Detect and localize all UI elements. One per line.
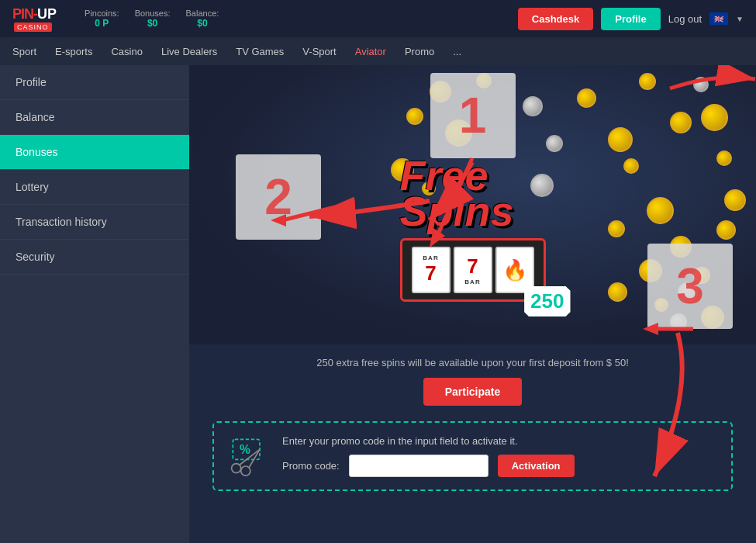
logout-button[interactable]: Log out — [668, 13, 702, 25]
slot-machine: BAR 7 7 BAR 🔥 250 — [400, 238, 546, 302]
sidebar: Profile Balance Bonuses Lottery Transact… — [0, 65, 189, 543]
promo-code-label: Promo code: — [282, 460, 340, 472]
sidebar-item-security[interactable]: Security — [0, 240, 189, 275]
language-flag[interactable]: 🇬🇧 — [709, 12, 728, 25]
nav-live-dealers[interactable]: Live Dealers — [161, 41, 217, 62]
pincoins-label: Pincoins: — [85, 9, 119, 18]
slot-reel-3: 🔥 — [495, 247, 534, 293]
bonuses-label: Bonuses: — [135, 9, 171, 18]
nav-vsport[interactable]: V-Sport — [302, 41, 336, 62]
svg-line-11 — [249, 449, 260, 467]
sidebar-item-transaction-history[interactable]: Transaction history — [0, 205, 189, 240]
bonuses-stat: Bonuses: $0 — [135, 9, 171, 29]
spins-text: Spins — [400, 190, 546, 232]
step-2-number: 2 — [264, 168, 292, 226]
nav-casino[interactable]: Casino — [111, 41, 142, 62]
balance-label: Balance: — [186, 9, 219, 18]
sidebar-item-bonuses[interactable]: Bonuses — [0, 135, 189, 170]
bonuses-value: $0 — [147, 18, 157, 29]
logo-pin: PIN- — [12, 6, 37, 22]
header: PIN- UP CASINO Pincoins: 0 P Bonuses: $0… — [0, 0, 756, 37]
step-3-box: 3 — [647, 244, 733, 329]
promo-content: Enter your promo code in the input field… — [282, 435, 716, 477]
bottom-area: 250 extra free spins will be available u… — [189, 344, 756, 503]
activation-button[interactable]: Activation — [498, 455, 575, 477]
cashdesk-button[interactable]: Cashdesk — [518, 8, 593, 30]
nav-promo[interactable]: Promo — [405, 41, 434, 62]
promo-input-row: Promo code: Activation — [282, 455, 716, 477]
explosion-250: 250 — [524, 286, 570, 316]
sidebar-item-balance[interactable]: Balance — [0, 100, 189, 135]
nav-tv-games[interactable]: TV Games — [236, 41, 284, 62]
pincoins-stat: Pincoins: 0 P — [85, 9, 119, 29]
header-right: Cashdesk Profile Log out 🇬🇧 ▼ — [518, 8, 744, 30]
content-area: 2 3 1 Free Spins BAR 7 — [189, 65, 756, 543]
svg-point-9 — [241, 466, 250, 476]
logo[interactable]: PIN- UP CASINO — [12, 6, 57, 32]
slot-reel-1: BAR 7 — [412, 247, 450, 293]
sidebar-item-lottery[interactable]: Lottery — [0, 170, 189, 205]
navbar: Sport E-sports Casino Live Dealers TV Ga… — [0, 37, 756, 65]
nav-more[interactable]: ... — [453, 41, 461, 62]
nav-sport[interactable]: Sport — [12, 41, 36, 62]
sidebar-item-profile[interactable]: Profile — [0, 65, 189, 100]
logo-up: UP — [37, 6, 57, 22]
chevron-down-icon[interactable]: ▼ — [736, 15, 744, 23]
balance-value: $0 — [197, 18, 207, 29]
logo-casino: CASINO — [14, 22, 52, 32]
free-spins-description: 250 extra free spins will be available u… — [212, 357, 733, 368]
pincoins-value: 0 P — [95, 18, 109, 29]
promo-code-input[interactable] — [349, 455, 488, 477]
scissors-svg: % — [230, 436, 270, 476]
scissors-icon: % — [230, 436, 270, 476]
promo-description: Enter your promo code in the input field… — [282, 435, 716, 447]
slot-reel-2: 7 BAR — [454, 247, 492, 293]
banner: 2 3 1 Free Spins BAR 7 — [189, 65, 756, 344]
nav-aviator[interactable]: Aviator — [355, 41, 386, 62]
svg-point-8 — [232, 464, 241, 473]
participate-button[interactable]: Participate — [423, 378, 523, 406]
balance-stat: Balance: $0 — [186, 9, 219, 29]
nav-esports[interactable]: E-sports — [55, 41, 92, 62]
step-2-box: 2 — [236, 154, 321, 240]
profile-button[interactable]: Profile — [601, 8, 660, 30]
free-spins-display: Free Spins BAR 7 7 BAR 🔥 — [400, 108, 546, 302]
main-layout: Profile Balance Bonuses Lottery Transact… — [0, 65, 756, 543]
promo-code-section: % Enter your promo code in the input fie… — [212, 421, 733, 491]
header-stats: Pincoins: 0 P Bonuses: $0 Balance: $0 — [85, 9, 219, 29]
step-3-number: 3 — [676, 258, 704, 315]
svg-text:%: % — [240, 443, 250, 456]
